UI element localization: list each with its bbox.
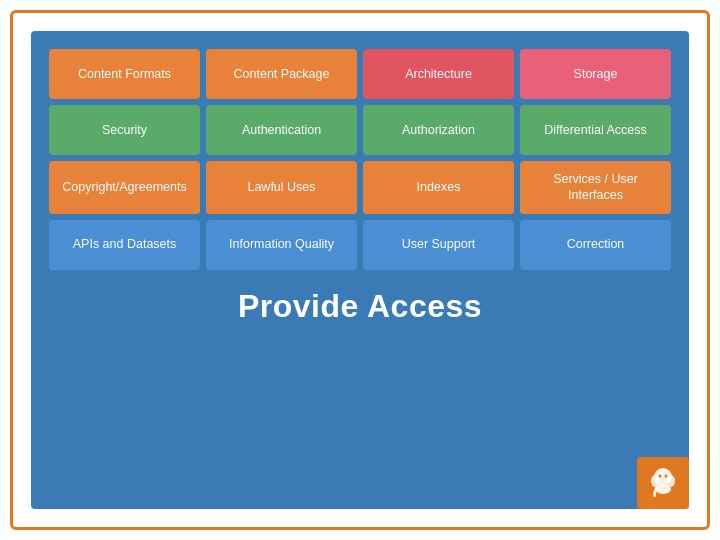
- grid-cell-3-1: Information Quality: [206, 220, 357, 270]
- svg-point-5: [665, 475, 668, 478]
- svg-point-4: [659, 475, 662, 478]
- grid-cell-0-2: Architecture: [363, 49, 514, 99]
- grid-cell-0-0: Content Formats: [49, 49, 200, 99]
- grid-cell-3-0: APIs and Datasets: [49, 220, 200, 270]
- grid-cell-3-3: Correction: [520, 220, 671, 270]
- grid-cell-1-3: Differential Access: [520, 105, 671, 155]
- grid-cell-1-0: Security: [49, 105, 200, 155]
- grid-container: Content FormatsContent PackageArchitectu…: [49, 49, 671, 270]
- outer-border: Content FormatsContent PackageArchitectu…: [10, 10, 710, 530]
- grid-cell-2-0: Copyright/Agreements: [49, 161, 200, 214]
- grid-cell-2-3: Services / User Interfaces: [520, 161, 671, 214]
- grid-cell-0-3: Storage: [520, 49, 671, 99]
- grid-cell-1-1: Authentication: [206, 105, 357, 155]
- grid-cell-1-2: Authorization: [363, 105, 514, 155]
- provide-access-label: Provide Access: [238, 288, 482, 325]
- logo-icon: [643, 463, 683, 503]
- grid-cell-2-2: Indexes: [363, 161, 514, 214]
- svg-point-2: [667, 475, 675, 487]
- grid-cell-0-1: Content Package: [206, 49, 357, 99]
- main-container: Content FormatsContent PackageArchitectu…: [31, 31, 689, 509]
- logo-corner: [637, 457, 689, 509]
- grid-cell-3-2: User Support: [363, 220, 514, 270]
- grid-cell-2-1: Lawful Uses: [206, 161, 357, 214]
